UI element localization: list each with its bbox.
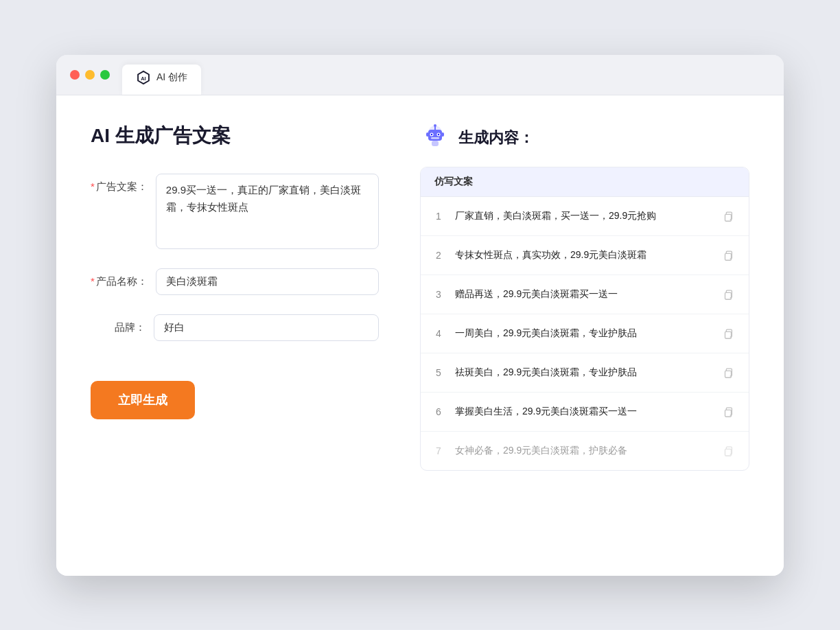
- row-number: 6: [432, 406, 445, 417]
- svg-point-5: [434, 124, 436, 127]
- svg-rect-19: [725, 410, 732, 417]
- page-title: AI 生成广告文案: [91, 123, 379, 149]
- row-text: 祛斑美白，29.9元美白淡斑霜，专业护肤品: [455, 365, 709, 380]
- ad-copy-group: *广告文案： 29.9买一送一，真正的厂家直销，美白淡斑霜，专抹女性斑点: [91, 174, 379, 249]
- required-star-ad: *: [91, 180, 95, 192]
- svg-rect-20: [725, 449, 732, 456]
- result-row: 3赠品再送，29.9元美白淡斑霜买一送一: [421, 275, 749, 314]
- content-area: AI 生成广告文案 *广告文案： 29.9买一送一，真正的厂家直销，美白淡斑霜，…: [56, 95, 784, 576]
- generate-button[interactable]: 立即生成: [91, 381, 195, 419]
- product-name-group: *产品名称：: [91, 268, 379, 295]
- svg-rect-17: [725, 331, 732, 338]
- svg-rect-16: [725, 292, 732, 299]
- row-text: 一周美白，29.9元美白淡斑霜，专业护肤品: [455, 326, 709, 340]
- row-text: 女神必备，29.9元美白淡斑霜，护肤必备: [455, 443, 709, 458]
- copy-icon[interactable]: [719, 285, 738, 304]
- copy-icon[interactable]: [719, 402, 738, 421]
- svg-rect-10: [431, 137, 439, 139]
- brand-input[interactable]: [154, 314, 379, 341]
- copy-icon[interactable]: [719, 363, 738, 382]
- row-number: 4: [432, 328, 445, 339]
- result-row: 7女神必备，29.9元美白淡斑霜，护肤必备: [421, 432, 749, 470]
- brand-label: 品牌：: [91, 314, 145, 334]
- svg-text:AI: AI: [141, 75, 145, 81]
- title-bar: AI AI 创作: [56, 55, 784, 95]
- svg-rect-11: [432, 141, 439, 146]
- ai-tab[interactable]: AI AI 创作: [122, 65, 201, 95]
- svg-rect-13: [441, 132, 444, 137]
- row-number: 3: [432, 289, 445, 300]
- copy-icon[interactable]: [719, 246, 738, 265]
- result-row: 6掌握美白生活，29.9元美白淡斑霜买一送一: [421, 393, 749, 432]
- required-star-product: *: [91, 275, 95, 287]
- result-row: 4一周美白，29.9元美白淡斑霜，专业护肤品: [421, 314, 749, 353]
- result-row: 2专抹女性斑点，真实功效，29.9元美白淡斑霜: [421, 236, 749, 275]
- robot-icon: [420, 123, 450, 153]
- tab-title-label: AI 创作: [156, 71, 187, 84]
- svg-point-9: [438, 133, 439, 135]
- copy-icon[interactable]: [719, 324, 738, 343]
- right-panel: 生成内容： 仿写文案 1厂家直销，美白淡斑霜，买一送一，29.9元抢购2专抹女性…: [420, 123, 749, 548]
- svg-rect-12: [426, 132, 429, 137]
- traffic-lights: [70, 70, 110, 89]
- minimize-button[interactable]: [85, 70, 95, 80]
- svg-rect-15: [725, 253, 732, 260]
- table-header: 仿写文案: [421, 167, 749, 197]
- result-title-label: 生成内容：: [458, 128, 534, 148]
- ad-copy-label: *广告文案：: [91, 174, 148, 194]
- svg-point-8: [431, 133, 432, 135]
- maximize-button[interactable]: [100, 70, 110, 80]
- copy-icon[interactable]: [719, 207, 738, 226]
- browser-window: AI AI 创作 AI 生成广告文案 *广告文案： 29.9买一送一，真正的厂家…: [56, 55, 784, 576]
- row-text: 专抹女性斑点，真实功效，29.9元美白淡斑霜: [455, 248, 709, 262]
- brand-group: 品牌：: [91, 314, 379, 341]
- result-table: 仿写文案 1厂家直销，美白淡斑霜，买一送一，29.9元抢购2专抹女性斑点，真实功…: [420, 167, 749, 471]
- product-name-input[interactable]: [156, 268, 379, 295]
- ai-icon: AI: [136, 70, 151, 85]
- row-number: 1: [432, 211, 445, 222]
- result-header: 生成内容：: [420, 123, 749, 153]
- row-text: 掌握美白生活，29.9元美白淡斑霜买一送一: [455, 404, 709, 419]
- svg-rect-14: [725, 214, 732, 221]
- row-text: 厂家直销，美白淡斑霜，买一送一，29.9元抢购: [455, 209, 709, 223]
- results-list: 1厂家直销，美白淡斑霜，买一送一，29.9元抢购2专抹女性斑点，真实功效，29.…: [421, 197, 749, 470]
- copy-icon[interactable]: [719, 441, 738, 460]
- row-text: 赠品再送，29.9元美白淡斑霜买一送一: [455, 287, 709, 301]
- row-number: 2: [432, 250, 445, 261]
- row-number: 7: [432, 445, 445, 456]
- row-number: 5: [432, 367, 445, 378]
- product-name-label: *产品名称：: [91, 268, 148, 288]
- result-row: 5祛斑美白，29.9元美白淡斑霜，专业护肤品: [421, 353, 749, 393]
- close-button[interactable]: [70, 70, 80, 80]
- ad-copy-input[interactable]: 29.9买一送一，真正的厂家直销，美白淡斑霜，专抹女性斑点: [156, 174, 379, 249]
- svg-rect-18: [725, 371, 732, 377]
- left-panel: AI 生成广告文案 *广告文案： 29.9买一送一，真正的厂家直销，美白淡斑霜，…: [91, 123, 379, 548]
- result-row: 1厂家直销，美白淡斑霜，买一送一，29.9元抢购: [421, 197, 749, 236]
